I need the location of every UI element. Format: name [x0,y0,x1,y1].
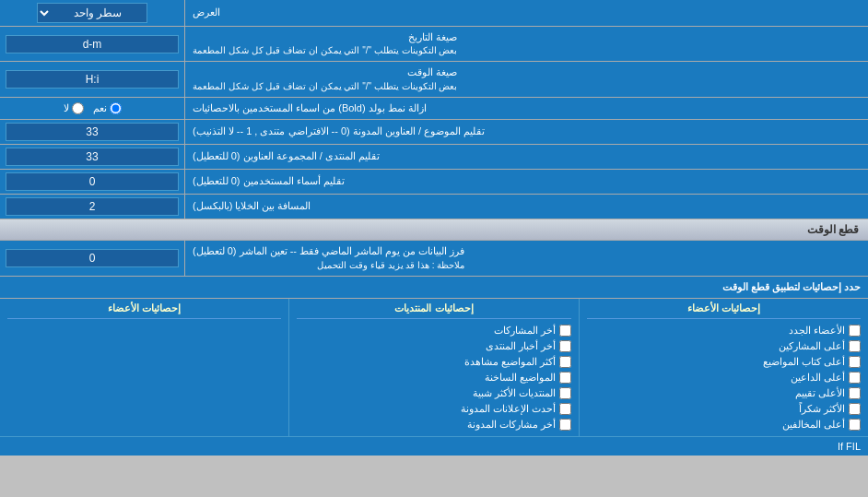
stats-col1-header: إحصائيات الأعضاء [587,302,861,319]
realtime-input[interactable]: 0 [0,241,184,275]
stats-item[interactable]: أخر المشاركات [297,323,570,338]
topic-title-label: تقليم الموضوع / العناوين المدونة (0 -- ا… [184,120,868,144]
stats-item[interactable]: أحدث الإعلانات المدونة [297,401,570,417]
date-format-label: صيغة التاريخ بعض التكوينات يتطلب "/" الت… [184,27,868,61]
checkbox-latest-blog-posts[interactable] [559,419,571,431]
realtime-section-header: قطع الوقت [0,219,868,241]
time-format-input[interactable]: H:i [0,62,184,96]
bold-remove-no-label[interactable]: لا [64,102,84,114]
time-format-label: صيغة الوقت بعض التكوينات يتطلب "/" التي … [184,62,868,96]
stats-col3-header: إحصائيات الأعضاء [7,302,281,319]
stats-item[interactable]: المنتديات الأكثر شبية [297,385,570,401]
checkbox-top-violators[interactable] [849,419,861,431]
display-type-select[interactable]: سطر واحد سطرين ثلاثة أسطر [37,3,147,23]
time-format-row: صيغة الوقت بعض التكوينات يتطلب "/" التي … [0,62,868,97]
time-format-field[interactable]: H:i [6,70,179,89]
date-format-row: صيغة التاريخ بعض التكوينات يتطلب "/" الت… [0,27,868,62]
realtime-row: فرز البيانات من يوم الماشر الماضي فقط --… [0,241,868,276]
checkbox-top-topic-authors[interactable] [849,356,861,368]
display-type-label: العرض [184,0,868,26]
stats-item[interactable]: الأعلى تقييم [587,385,861,401]
stats-header: حدد إحصائيات لتطبيق قطع الوقت [0,277,868,299]
display-type-input[interactable]: سطر واحد سطرين ثلاثة أسطر [0,0,184,26]
topic-title-input[interactable]: 33 [0,120,184,144]
date-format-input[interactable]: d-m [0,27,184,61]
forum-group-field[interactable]: 33 [6,148,179,166]
stats-area: إحصائيات الأعضاء الأعضاء الجدد أعلى المش… [0,299,868,436]
checkbox-latest-posts[interactable] [559,325,571,337]
date-format-field[interactable]: d-m [6,35,179,53]
stats-item[interactable]: أخر أخبار المنتدى [297,338,570,354]
stats-item[interactable]: الأعضاء الجدد [587,323,861,338]
bold-remove-label: ازالة نمط بولد (Bold) من اسماء المستخدمي… [184,98,868,119]
checkbox-new-members[interactable] [849,325,861,337]
realtime-label: فرز البيانات من يوم الماشر الماضي فقط --… [184,241,868,275]
stats-item[interactable]: أعلى المشاركين [587,338,861,354]
stats-item[interactable]: المواضيع الساخنة [297,370,570,385]
bold-remove-no-radio[interactable] [72,102,84,114]
stats-item[interactable]: أعلى كتاب المواضيع [587,354,861,370]
stats-item[interactable]: الأكثر شكراً [587,401,861,417]
topic-title-row: تقليم الموضوع / العناوين المدونة (0 -- ا… [0,120,868,145]
stats-col-members: إحصائيات الأعضاء الأعضاء الجدد أعلى المش… [579,299,868,436]
filter-text: If FIL [838,441,861,452]
bold-remove-yes-radio[interactable] [110,102,122,114]
stats-col-members2: إحصائيات الأعضاء [0,299,288,436]
checkbox-hot-topics[interactable] [559,372,571,384]
space-between-row: المسافة بين الخلايا (بالبكسل) 2 [0,195,868,219]
stats-item[interactable]: أعلى الداعين [587,370,861,385]
space-between-label: المسافة بين الخلايا (بالبكسل) [184,195,868,219]
forum-group-input[interactable]: 33 [0,145,184,169]
bold-remove-row: ازالة نمط بولد (Bold) من اسماء المستخدمي… [0,98,868,120]
checkbox-top-inviters[interactable] [849,372,861,384]
username-limit-label: تقليم أسماء المستخدمين (0 للتعطيل) [184,170,868,194]
realtime-field[interactable]: 0 [6,249,179,267]
checkbox-forum-news[interactable] [559,340,571,352]
checkbox-most-active-forums[interactable] [559,387,571,399]
checkbox-most-viewed[interactable] [559,356,571,368]
username-limit-field[interactable]: 0 [6,172,179,191]
bold-remove-radio[interactable]: نعم لا [0,98,184,119]
stats-item[interactable]: أكثر المواضيع مشاهدة [297,354,570,370]
stats-item[interactable]: أعلى المخالفين [587,417,861,432]
checkbox-top-rated[interactable] [849,387,861,399]
stats-item[interactable]: أخر مشاركات المدونة [297,417,570,432]
stats-col2-header: إحصائيات المنتديات [297,302,570,319]
filter-row: If FIL [0,436,868,456]
stats-col-forums: إحصائيات المنتديات أخر المشاركات أخر أخب… [288,299,578,436]
username-limit-row: تقليم أسماء المستخدمين (0 للتعطيل) 0 [0,170,868,195]
checkbox-most-thanked[interactable] [849,403,861,415]
forum-group-row: تقليم المنتدى / المجموعة العناوين (0 للت… [0,145,868,170]
checkbox-latest-announcements[interactable] [559,403,571,415]
forum-group-label: تقليم المنتدى / المجموعة العناوين (0 للت… [184,145,868,169]
space-between-field[interactable]: 2 [6,197,179,216]
space-between-input[interactable]: 2 [0,195,184,219]
bold-remove-yes-label[interactable]: نعم [93,102,122,114]
username-limit-input[interactable]: 0 [0,170,184,194]
topic-title-field[interactable]: 33 [6,123,179,141]
display-type-row: العرض سطر واحد سطرين ثلاثة أسطر [0,0,868,27]
checkbox-top-posters[interactable] [849,340,861,352]
